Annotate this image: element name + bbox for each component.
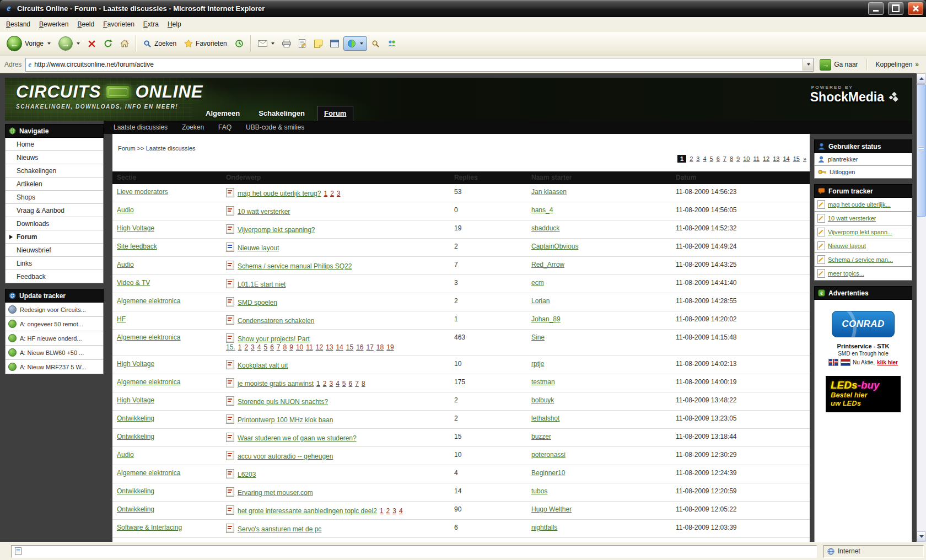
update-tracker-item[interactable]: A: Nieuw BLW60 +50 ... (6, 346, 103, 360)
topic-page-link[interactable]: 16 (356, 343, 363, 351)
notes-button[interactable] (311, 37, 326, 50)
starter-link[interactable]: Sine (531, 333, 545, 341)
topic-page-link[interactable]: 19 (386, 343, 394, 351)
conrad-ad[interactable]: CONRAD Printservice - STK SMD en Trough … (828, 311, 898, 366)
starter-link[interactable]: Red_Arrow (531, 261, 564, 268)
starter-link[interactable]: nightfalls (531, 524, 557, 531)
topic-page-link[interactable]: 12 (316, 343, 323, 351)
starter-link[interactable]: Beginner10 (531, 469, 565, 477)
subnav-faq[interactable]: FAQ (218, 123, 232, 131)
starter-link[interactable]: Johan_89 (531, 315, 561, 323)
research-button[interactable] (368, 37, 383, 50)
topic-page-link[interactable]: 17 (367, 343, 374, 351)
stop-button[interactable] (84, 37, 99, 50)
sidebar-item-schakelingen[interactable]: Schakelingen (6, 164, 103, 177)
topic-page-link[interactable]: 5 (263, 343, 267, 351)
menu-bestand[interactable]: Bestand (2, 19, 35, 30)
refresh-button[interactable] (100, 37, 116, 50)
go-button[interactable]: → Ga naar (817, 58, 860, 72)
topic-link[interactable]: L6203 (238, 471, 256, 478)
topic-page-link[interactable]: 13 (326, 343, 333, 351)
starter-link[interactable]: CaptainObvious (531, 243, 578, 250)
sidebar-item-feedback[interactable]: Feedback (6, 270, 103, 283)
topic-page-link[interactable]: 2 (330, 190, 334, 197)
links-menu[interactable]: Koppelingen » (874, 61, 923, 68)
update-tracker-item[interactable]: A: ongeveer 50 remot... (6, 317, 103, 331)
topic-page-link[interactable]: 4 (336, 380, 340, 387)
topic-page-link[interactable]: 7 (355, 380, 359, 387)
starter-link[interactable]: tubos (531, 487, 547, 495)
topic-page-link[interactable]: 3 (329, 380, 333, 387)
starter-link[interactable]: ecm (531, 279, 544, 287)
topic-page-link[interactable]: 3 (392, 507, 396, 515)
topic-page-link[interactable]: 1 (238, 343, 242, 351)
close-button[interactable] (908, 2, 923, 15)
topic-page-link[interactable]: 6 (349, 380, 353, 387)
starter-link[interactable]: rptje (531, 360, 544, 368)
forum-tracker-item[interactable]: Schema / service man... (814, 253, 912, 267)
section-link[interactable]: Audio (117, 206, 134, 214)
pagination-page[interactable]: 13 (773, 155, 779, 162)
plugin-button[interactable] (343, 36, 367, 51)
scroll-track[interactable] (917, 84, 926, 531)
scroll-down-button[interactable] (917, 531, 926, 542)
topic-link[interactable]: Kookplaat valt uit (238, 362, 288, 369)
subnav-ubb-code-smilies[interactable]: UBB-code & smilies (246, 123, 304, 131)
topic-page-link[interactable]: 2 (323, 380, 327, 387)
topic-link[interactable]: Vijverpomp lekt spanning? (238, 226, 315, 234)
forum-tracker-item[interactable]: meer topics... (814, 267, 912, 281)
update-tracker-item[interactable]: A: HF nieuwe onderd... (6, 331, 103, 346)
pagination-page[interactable]: 4 (703, 155, 706, 162)
topic-page-link[interactable]: 8 (283, 343, 287, 351)
section-link[interactable]: High Voltage (117, 396, 154, 404)
section-link[interactable]: Ontwikkeling (117, 433, 154, 440)
starter-link[interactable]: Hugo Welther (531, 505, 572, 513)
starter-link[interactable]: bolbuyk (531, 396, 554, 404)
mail-button[interactable] (255, 38, 278, 49)
subnav-zoeken[interactable]: Zoeken (182, 123, 204, 131)
topic-page-link[interactable]: 7 (277, 343, 281, 351)
subnav-laatste-discussies[interactable]: Laatste discussies (114, 123, 168, 131)
section-link[interactable]: Algemene elektronica (117, 378, 180, 386)
pagination-page[interactable]: 12 (763, 155, 769, 162)
section-link[interactable]: Algemene elektronica (117, 333, 180, 341)
starter-link[interactable]: hans_4 (531, 206, 553, 214)
topic-link[interactable]: 10 watt versterker (238, 208, 290, 216)
history-button[interactable] (232, 37, 247, 50)
topic-page-link[interactable]: 8 (362, 380, 365, 387)
topic-page-link[interactable]: 3 (251, 343, 255, 351)
section-link[interactable]: Video & TV (117, 279, 150, 287)
site-logo[interactable]: CIRCUITS ONLINE SCHAKELINGEN, DOWNLOADS,… (16, 82, 203, 110)
forum-tracker-item[interactable]: Nieuwe layout (814, 239, 912, 253)
pagination-page[interactable]: 2 (690, 155, 693, 162)
address-input[interactable]: e http://www.circuitsonline.net/forum/ac… (25, 58, 814, 72)
sidebar-item-nieuws[interactable]: Nieuws (6, 151, 103, 164)
pagination-page[interactable]: 10 (743, 155, 750, 162)
menu-help[interactable]: Help (163, 19, 186, 30)
section-link[interactable]: HF (117, 315, 126, 323)
topic-link[interactable]: accu voor autoradio -- geheugen (238, 453, 333, 460)
menu-favorieten[interactable]: Favorieten (99, 19, 139, 30)
pagination-page[interactable]: 9 (736, 155, 740, 162)
update-tracker-item[interactable]: Redesign voor Circuits... (6, 303, 103, 317)
topic-link[interactable]: Schema / service manual Philips SQ22 (238, 262, 352, 270)
section-link[interactable]: Ontwikkeling (117, 487, 154, 495)
topic-page-link[interactable]: 6 (270, 343, 274, 351)
section-link[interactable]: High Voltage (117, 224, 154, 232)
section-link[interactable]: Ontwikkeling (117, 505, 154, 513)
section-link[interactable]: Site feedback (117, 243, 157, 250)
pagination-next[interactable]: » (803, 155, 806, 162)
section-link[interactable]: Lieve moderators (117, 188, 168, 196)
logout-link[interactable]: Uitloggen (814, 166, 912, 179)
tab-schakelingen[interactable]: Schakelingen (252, 106, 311, 121)
topic-page-link[interactable]: 2 (386, 507, 390, 515)
pagination-page[interactable]: 15 (793, 155, 800, 162)
menu-bewerken[interactable]: Bewerken (35, 19, 73, 30)
pagination-page[interactable]: 3 (696, 155, 699, 162)
pagination-page[interactable]: 5 (710, 155, 713, 162)
forum-tracker-item[interactable]: 10 watt versterker (814, 212, 912, 225)
starter-link[interactable]: poteronassi (531, 451, 566, 459)
topic-link[interactable]: Nieuwe layout (238, 244, 279, 252)
section-link[interactable]: Audio (117, 261, 134, 268)
topic-link[interactable]: je mooiste gratis aanwinst (238, 380, 314, 387)
